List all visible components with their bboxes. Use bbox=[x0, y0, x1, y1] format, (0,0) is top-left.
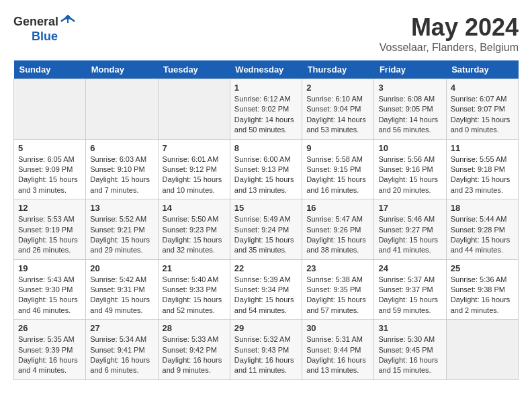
calendar-cell: 30Sunrise: 5:31 AMSunset: 9:44 PMDayligh… bbox=[302, 320, 374, 380]
day-info: Sunrise: 5:31 AMSunset: 9:44 PMDaylight:… bbox=[306, 334, 369, 376]
day-info: Sunrise: 6:05 AMSunset: 9:09 PMDaylight:… bbox=[18, 154, 81, 196]
calendar-cell: 11Sunrise: 5:55 AMSunset: 9:18 PMDayligh… bbox=[446, 139, 518, 199]
day-number: 30 bbox=[306, 323, 369, 333]
logo-blue-text: Blue bbox=[32, 30, 58, 44]
day-info: Sunrise: 5:56 AMSunset: 9:16 PMDaylight:… bbox=[378, 154, 441, 196]
logo-general-text: General bbox=[13, 15, 58, 29]
day-info: Sunrise: 5:43 AMSunset: 9:30 PMDaylight:… bbox=[18, 275, 81, 316]
day-info: Sunrise: 6:00 AMSunset: 9:13 PMDaylight:… bbox=[234, 154, 298, 196]
weekday-header-row: SundayMondayTuesdayWednesdayThursdayFrid… bbox=[14, 60, 519, 79]
calendar-cell: 27Sunrise: 5:34 AMSunset: 9:41 PMDayligh… bbox=[86, 320, 158, 380]
weekday-header-wednesday: Wednesday bbox=[230, 60, 302, 79]
calendar-cell: 15Sunrise: 5:49 AMSunset: 9:24 PMDayligh… bbox=[230, 199, 302, 260]
day-info: Sunrise: 6:10 AMSunset: 9:04 PMDaylight:… bbox=[306, 94, 369, 136]
day-info: Sunrise: 5:53 AMSunset: 9:19 PMDaylight:… bbox=[18, 214, 81, 256]
day-info: Sunrise: 5:58 AMSunset: 9:15 PMDaylight:… bbox=[306, 154, 369, 196]
day-number: 13 bbox=[90, 203, 153, 213]
day-info: Sunrise: 5:50 AMSunset: 9:23 PMDaylight:… bbox=[163, 214, 226, 256]
day-info: Sunrise: 5:34 AMSunset: 9:41 PMDaylight:… bbox=[90, 334, 153, 376]
day-info: Sunrise: 5:32 AMSunset: 9:43 PMDaylight:… bbox=[234, 334, 298, 376]
weekday-header-saturday: Saturday bbox=[446, 60, 518, 79]
week-row-4: 19Sunrise: 5:43 AMSunset: 9:30 PMDayligh… bbox=[14, 259, 519, 320]
day-number: 31 bbox=[378, 323, 441, 333]
calendar-cell: 17Sunrise: 5:46 AMSunset: 9:27 PMDayligh… bbox=[374, 199, 446, 260]
calendar-cell: 19Sunrise: 5:43 AMSunset: 9:30 PMDayligh… bbox=[14, 259, 86, 320]
calendar-cell: 2Sunrise: 6:10 AMSunset: 9:04 PMDaylight… bbox=[302, 79, 374, 140]
calendar-cell: 5Sunrise: 6:05 AMSunset: 9:09 PMDaylight… bbox=[14, 139, 86, 199]
day-number: 2 bbox=[306, 83, 369, 93]
calendar-table: SundayMondayTuesdayWednesdayThursdayFrid… bbox=[13, 60, 519, 380]
calendar-cell: 21Sunrise: 5:40 AMSunset: 9:33 PMDayligh… bbox=[158, 259, 230, 320]
calendar-cell: 10Sunrise: 5:56 AMSunset: 9:16 PMDayligh… bbox=[374, 139, 446, 199]
day-number: 9 bbox=[306, 143, 369, 153]
day-number: 24 bbox=[378, 263, 441, 273]
calendar-cell: 6Sunrise: 6:03 AMSunset: 9:10 PMDaylight… bbox=[86, 139, 158, 199]
weekday-header-tuesday: Tuesday bbox=[158, 60, 230, 79]
day-info: Sunrise: 5:44 AMSunset: 9:28 PMDaylight:… bbox=[451, 214, 514, 256]
day-number: 27 bbox=[90, 323, 153, 333]
calendar-cell: 25Sunrise: 5:36 AMSunset: 9:38 PMDayligh… bbox=[446, 259, 518, 320]
day-info: Sunrise: 5:38 AMSunset: 9:35 PMDaylight:… bbox=[306, 275, 369, 316]
calendar-cell: 13Sunrise: 5:52 AMSunset: 9:21 PMDayligh… bbox=[86, 199, 158, 260]
day-info: Sunrise: 5:33 AMSunset: 9:42 PMDaylight:… bbox=[163, 334, 226, 376]
day-info: Sunrise: 5:39 AMSunset: 9:34 PMDaylight:… bbox=[234, 275, 298, 316]
calendar-cell: 16Sunrise: 5:47 AMSunset: 9:26 PMDayligh… bbox=[302, 199, 374, 260]
calendar-cell: 31Sunrise: 5:30 AMSunset: 9:45 PMDayligh… bbox=[374, 320, 446, 380]
calendar-cell bbox=[158, 79, 230, 140]
day-number: 22 bbox=[234, 263, 298, 273]
day-info: Sunrise: 6:03 AMSunset: 9:10 PMDaylight:… bbox=[90, 154, 153, 196]
day-number: 25 bbox=[451, 263, 514, 273]
day-number: 6 bbox=[90, 143, 153, 153]
calendar-cell bbox=[86, 79, 158, 140]
day-number: 4 bbox=[451, 83, 514, 93]
week-row-2: 5Sunrise: 6:05 AMSunset: 9:09 PMDaylight… bbox=[14, 139, 519, 199]
day-info: Sunrise: 6:12 AMSunset: 9:02 PMDaylight:… bbox=[234, 94, 298, 136]
day-info: Sunrise: 5:40 AMSunset: 9:33 PMDaylight:… bbox=[163, 275, 226, 316]
calendar-cell: 22Sunrise: 5:39 AMSunset: 9:34 PMDayligh… bbox=[230, 259, 302, 320]
day-info: Sunrise: 6:08 AMSunset: 9:05 PMDaylight:… bbox=[378, 94, 441, 136]
calendar-cell: 4Sunrise: 6:07 AMSunset: 9:07 PMDaylight… bbox=[446, 79, 518, 140]
page-header: General Blue May 2024 Vosselaar, Flander… bbox=[13, 13, 519, 54]
day-number: 11 bbox=[451, 143, 514, 153]
day-number: 21 bbox=[163, 263, 226, 273]
day-number: 17 bbox=[378, 203, 441, 213]
location-title: Vosselaar, Flanders, Belgium bbox=[380, 42, 519, 54]
day-number: 23 bbox=[306, 263, 369, 273]
week-row-1: 1Sunrise: 6:12 AMSunset: 9:02 PMDaylight… bbox=[14, 79, 519, 140]
day-info: Sunrise: 5:55 AMSunset: 9:18 PMDaylight:… bbox=[451, 154, 514, 196]
calendar-cell: 28Sunrise: 5:33 AMSunset: 9:42 PMDayligh… bbox=[158, 320, 230, 380]
day-info: Sunrise: 5:49 AMSunset: 9:24 PMDaylight:… bbox=[234, 214, 298, 256]
calendar-cell: 20Sunrise: 5:42 AMSunset: 9:31 PMDayligh… bbox=[86, 259, 158, 320]
day-number: 10 bbox=[378, 143, 441, 153]
calendar-cell bbox=[446, 320, 518, 380]
calendar-cell bbox=[14, 79, 86, 140]
calendar-cell: 24Sunrise: 5:37 AMSunset: 9:37 PMDayligh… bbox=[374, 259, 446, 320]
calendar-cell: 3Sunrise: 6:08 AMSunset: 9:05 PMDaylight… bbox=[374, 79, 446, 140]
calendar-cell: 7Sunrise: 6:01 AMSunset: 9:12 PMDaylight… bbox=[158, 139, 230, 199]
day-number: 28 bbox=[163, 323, 226, 333]
day-number: 26 bbox=[18, 323, 81, 333]
weekday-header-monday: Monday bbox=[86, 60, 158, 79]
calendar-cell: 26Sunrise: 5:35 AMSunset: 9:39 PMDayligh… bbox=[14, 320, 86, 380]
weekday-header-sunday: Sunday bbox=[14, 60, 86, 79]
day-number: 29 bbox=[234, 323, 298, 333]
day-number: 20 bbox=[90, 263, 153, 273]
day-number: 7 bbox=[163, 143, 226, 153]
day-number: 3 bbox=[378, 83, 441, 93]
calendar-cell: 1Sunrise: 6:12 AMSunset: 9:02 PMDaylight… bbox=[230, 79, 302, 140]
calendar-cell: 18Sunrise: 5:44 AMSunset: 9:28 PMDayligh… bbox=[446, 199, 518, 260]
day-number: 5 bbox=[18, 143, 81, 153]
weekday-header-friday: Friday bbox=[374, 60, 446, 79]
day-number: 1 bbox=[234, 83, 298, 93]
calendar-cell: 29Sunrise: 5:32 AMSunset: 9:43 PMDayligh… bbox=[230, 320, 302, 380]
calendar-cell: 8Sunrise: 6:00 AMSunset: 9:13 PMDaylight… bbox=[230, 139, 302, 199]
day-info: Sunrise: 5:37 AMSunset: 9:37 PMDaylight:… bbox=[378, 275, 441, 316]
month-title: May 2024 bbox=[380, 13, 519, 42]
day-info: Sunrise: 5:46 AMSunset: 9:27 PMDaylight:… bbox=[378, 214, 441, 256]
day-info: Sunrise: 5:35 AMSunset: 9:39 PMDaylight:… bbox=[18, 334, 81, 376]
day-info: Sunrise: 5:42 AMSunset: 9:31 PMDaylight:… bbox=[90, 275, 153, 316]
calendar-cell: 9Sunrise: 5:58 AMSunset: 9:15 PMDaylight… bbox=[302, 139, 374, 199]
day-number: 8 bbox=[234, 143, 298, 153]
day-number: 18 bbox=[451, 203, 514, 213]
day-info: Sunrise: 5:52 AMSunset: 9:21 PMDaylight:… bbox=[90, 214, 153, 256]
